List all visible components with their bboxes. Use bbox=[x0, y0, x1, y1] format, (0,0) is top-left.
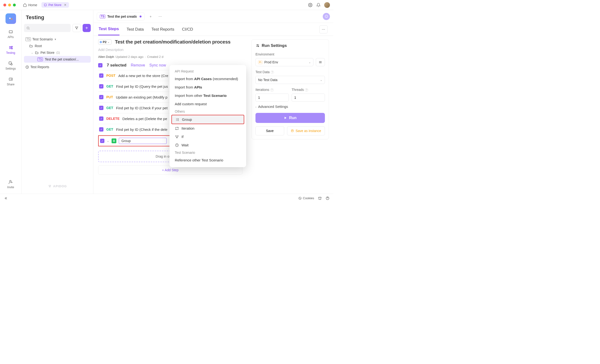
menu-header-others: Others bbox=[171, 108, 244, 115]
bell-icon[interactable] bbox=[316, 3, 321, 7]
tree-scenario-item[interactable]: TS Test the pet creation/... bbox=[24, 56, 91, 63]
menu-wait[interactable]: Wait bbox=[171, 141, 244, 149]
tab-menu-button[interactable]: ⋯ bbox=[157, 13, 164, 20]
play-icon bbox=[284, 116, 287, 119]
run-panel: Run Settings Environment Pr Prod Env ⌄ T… bbox=[247, 36, 333, 194]
minimize-window-icon[interactable] bbox=[8, 4, 11, 7]
save-button[interactable]: Save bbox=[255, 126, 284, 135]
testdata-select[interactable]: No Test Data ⌄ bbox=[255, 76, 325, 84]
step-checkbox[interactable]: ✓ bbox=[99, 73, 103, 78]
chevron-down-icon[interactable]: ⌄ bbox=[107, 139, 109, 143]
search-input[interactable] bbox=[24, 24, 71, 32]
threads-label: Threads? bbox=[292, 88, 325, 91]
project-tab-petstore[interactable]: Pet Store ✕ bbox=[41, 2, 69, 8]
tab-test-reports[interactable]: Test Reports bbox=[151, 24, 175, 35]
close-tab-icon[interactable]: ✕ bbox=[64, 3, 66, 7]
step-checkbox[interactable]: ✓ bbox=[99, 84, 103, 89]
remove-link[interactable]: Remove bbox=[131, 63, 145, 67]
tree-petstore[interactable]: ⌄ Pet Store (1) bbox=[24, 49, 91, 56]
avatar[interactable] bbox=[324, 2, 330, 8]
tree-reports-label: Test Reports bbox=[30, 65, 49, 69]
sync-link[interactable]: Sync now bbox=[150, 63, 166, 67]
help-icon[interactable] bbox=[326, 196, 329, 200]
step-checkbox[interactable]: ✓ bbox=[99, 117, 103, 121]
tree-scenario-item-label: Test the pet creation/... bbox=[45, 57, 79, 61]
tab-test-steps[interactable]: Test Steps bbox=[98, 23, 120, 35]
menu-import-test-scenario[interactable]: Import from other Test Scenario bbox=[171, 91, 244, 100]
group-name-input[interactable] bbox=[119, 138, 167, 144]
collapse-sidebar-button[interactable] bbox=[4, 196, 8, 200]
advanced-settings-toggle[interactable]: › Advanced Settings bbox=[255, 105, 325, 109]
select-all-checkbox[interactable]: ✓ bbox=[98, 63, 103, 67]
chevron-down-icon: ⌄ bbox=[107, 41, 109, 43]
add-button[interactable]: + bbox=[83, 24, 91, 32]
menu-iteration[interactable]: Iteration bbox=[171, 124, 244, 133]
rail-invite[interactable]: Invite bbox=[7, 178, 14, 190]
new-tab-button[interactable]: + bbox=[147, 13, 154, 20]
editor-tab[interactable]: TS Test the pet creation bbox=[97, 12, 145, 21]
testing-icon bbox=[8, 45, 13, 50]
filter-icon bbox=[75, 26, 79, 30]
svg-point-17 bbox=[258, 46, 259, 47]
threads-input[interactable] bbox=[292, 93, 325, 102]
tab-cicd[interactable]: CI/CD bbox=[181, 24, 193, 35]
scenario-badge-icon: TS bbox=[37, 57, 43, 61]
rail-apis-label: APIs bbox=[8, 35, 14, 39]
tree-reports[interactable]: Test Reports bbox=[24, 64, 91, 70]
menu-if[interactable]: If bbox=[171, 133, 244, 141]
env-select[interactable]: Pr Prod Env ⌄ bbox=[255, 58, 313, 66]
shirt-icon[interactable] bbox=[318, 196, 322, 200]
clock-icon bbox=[175, 143, 179, 147]
subnav-more-button[interactable]: ⋯ bbox=[319, 25, 328, 34]
close-window-icon[interactable] bbox=[3, 4, 6, 7]
svg-point-13 bbox=[49, 185, 50, 186]
save-as-instance-button[interactable]: Save as instance bbox=[287, 126, 325, 135]
reports-icon bbox=[25, 65, 29, 69]
menu-custom-request[interactable]: Add custom request bbox=[171, 100, 244, 108]
rail-testing[interactable]: Testing bbox=[6, 44, 15, 55]
iterations-input[interactable] bbox=[255, 93, 289, 102]
search-icon bbox=[26, 26, 30, 30]
menu-reference-scenario[interactable]: Reference other Test Scenario bbox=[171, 156, 244, 164]
rail-settings-label: Settings bbox=[6, 67, 16, 70]
tree-root[interactable]: Root bbox=[24, 43, 91, 49]
step-checkbox[interactable]: ✓ bbox=[99, 95, 103, 99]
compass-button[interactable] bbox=[323, 13, 330, 20]
scenario-title[interactable]: Test the pet creation/modification/delet… bbox=[115, 39, 231, 45]
step-checkbox[interactable]: ✓ bbox=[99, 127, 103, 132]
svg-point-19 bbox=[299, 197, 301, 200]
help-icon[interactable]: ? bbox=[271, 71, 274, 74]
priority-chip[interactable]: P2 ⌄ bbox=[98, 39, 112, 45]
rail-share[interactable]: Share bbox=[7, 76, 14, 87]
cookies-button[interactable]: Cookies bbox=[298, 196, 314, 200]
menu-import-api-cases[interactable]: Import from API Cases (recommended) bbox=[171, 75, 244, 83]
svg-point-20 bbox=[300, 198, 300, 198]
drag-text: Drag in or bbox=[156, 155, 171, 158]
tree-scenario-label: Test Scenario bbox=[32, 37, 53, 41]
rail-apis[interactable]: APIs bbox=[8, 28, 14, 40]
help-icon[interactable]: ? bbox=[305, 88, 308, 91]
help-icon[interactable]: ? bbox=[270, 88, 274, 91]
menu-group[interactable]: Group bbox=[171, 115, 244, 124]
svg-point-21 bbox=[300, 198, 300, 199]
step-checkbox[interactable]: ✓ bbox=[100, 139, 104, 143]
tab-test-data[interactable]: Test Data bbox=[126, 24, 144, 35]
filter-button[interactable] bbox=[73, 24, 81, 32]
sliders-icon bbox=[255, 44, 260, 48]
description-placeholder[interactable]: Add Description bbox=[98, 48, 242, 52]
tree-scenario-header[interactable]: TS Test Scenario ▼ bbox=[24, 36, 91, 43]
env-options-button[interactable] bbox=[316, 58, 325, 66]
step-description: Find pet by ID (Query the pet jus bbox=[116, 84, 168, 89]
window-controls[interactable] bbox=[3, 4, 16, 7]
gear-icon[interactable] bbox=[308, 3, 313, 7]
http-method: GET bbox=[106, 127, 113, 131]
menu-import-apis[interactable]: Import from APIs bbox=[171, 83, 244, 91]
app-logo[interactable] bbox=[6, 13, 16, 24]
step-checkbox[interactable]: ✓ bbox=[99, 106, 103, 110]
maximize-window-icon[interactable] bbox=[13, 4, 16, 7]
tree-root-label: Root bbox=[35, 44, 42, 48]
modified-indicator-icon bbox=[140, 16, 141, 18]
home-button[interactable]: Home bbox=[21, 2, 39, 8]
run-button[interactable]: Run bbox=[255, 113, 325, 123]
rail-settings[interactable]: Settings bbox=[6, 60, 16, 71]
